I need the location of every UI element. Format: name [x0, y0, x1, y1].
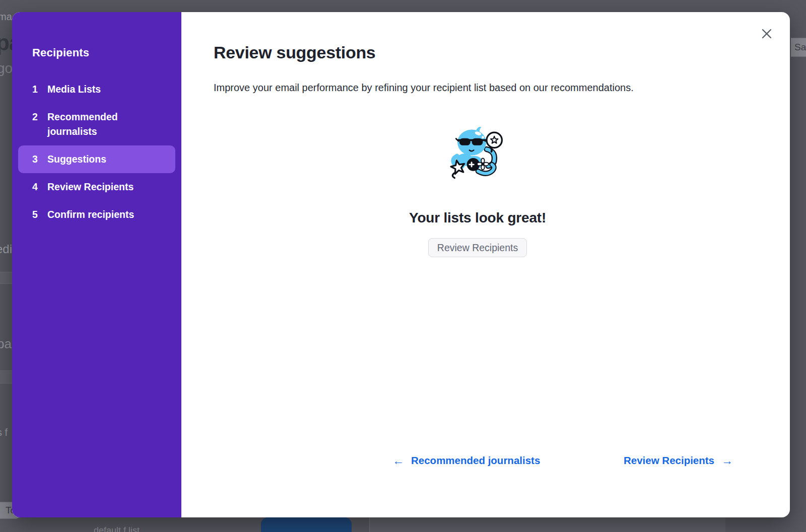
- back-link-recommended-journalists[interactable]: ← Recommended journalists: [392, 454, 540, 467]
- step-media-lists[interactable]: 1 Media Lists: [18, 75, 175, 103]
- background-save-button-fragment: Sa: [791, 38, 806, 57]
- step-label: Confirm recipients: [47, 207, 167, 222]
- next-link-label: Review Recipients: [624, 454, 714, 467]
- modal-content: Review suggestions Improve your email pe…: [181, 12, 790, 517]
- step-number: 4: [32, 180, 47, 194]
- background-text-fragment: ma: [0, 11, 12, 23]
- arrow-left-icon: ←: [392, 455, 404, 467]
- octopus-mascot-illustration: [446, 125, 509, 182]
- step-confirm-recipients[interactable]: 5 Confirm recipients: [18, 201, 175, 229]
- close-button[interactable]: [760, 27, 773, 40]
- step-number: 5: [32, 207, 47, 222]
- review-suggestions-modal: Recipients 1 Media Lists 2 Recommended j…: [12, 12, 790, 517]
- step-label: Recommended journalists: [47, 110, 167, 139]
- background-panel-divider: [369, 517, 370, 532]
- result-headline: Your lists look great!: [409, 210, 546, 226]
- step-number: 3: [32, 152, 47, 167]
- page-subtitle: Improve your email performance by refini…: [214, 81, 758, 94]
- background-divider-band: [0, 370, 12, 384]
- step-label: Media Lists: [47, 82, 167, 97]
- next-link-review-recipients[interactable]: Review Recipients →: [624, 454, 733, 467]
- wizard-sidebar: Recipients 1 Media Lists 2 Recommended j…: [12, 12, 181, 517]
- arrow-right-icon: →: [721, 455, 733, 467]
- background-text-fragment: pa: [0, 336, 12, 352]
- step-recommended-journalists[interactable]: 2 Recommended journalists: [18, 103, 175, 145]
- wizard-steps-list: 1 Media Lists 2 Recommended journalists …: [12, 75, 181, 229]
- step-suggestions-active[interactable]: 3 Suggestions: [18, 145, 175, 173]
- background-text-fragment: s f: [0, 427, 8, 438]
- page-title: Review suggestions: [214, 43, 758, 62]
- close-icon: [760, 27, 773, 40]
- step-number: 1: [32, 82, 47, 97]
- step-number: 2: [32, 110, 47, 139]
- background-text-fragment: default f list: [94, 525, 140, 532]
- background-primary-button-fragment: [261, 517, 352, 532]
- background-divider-band: [0, 272, 12, 284]
- review-recipients-button[interactable]: Review Recipients: [428, 238, 527, 257]
- background-text-fragment: edi: [0, 242, 12, 256]
- step-label: Suggestions: [47, 152, 167, 167]
- step-review-recipients[interactable]: 4 Review Recipients: [18, 173, 175, 201]
- wizard-footer-nav: ← Recommended journalists Review Recipie…: [351, 454, 790, 467]
- background-text-fragment: go: [0, 60, 13, 77]
- back-link-label: Recommended journalists: [411, 454, 540, 467]
- sidebar-title: Recipients: [12, 46, 181, 59]
- background-panel-fragment: [370, 517, 725, 532]
- step-label: Review Recipients: [47, 180, 167, 194]
